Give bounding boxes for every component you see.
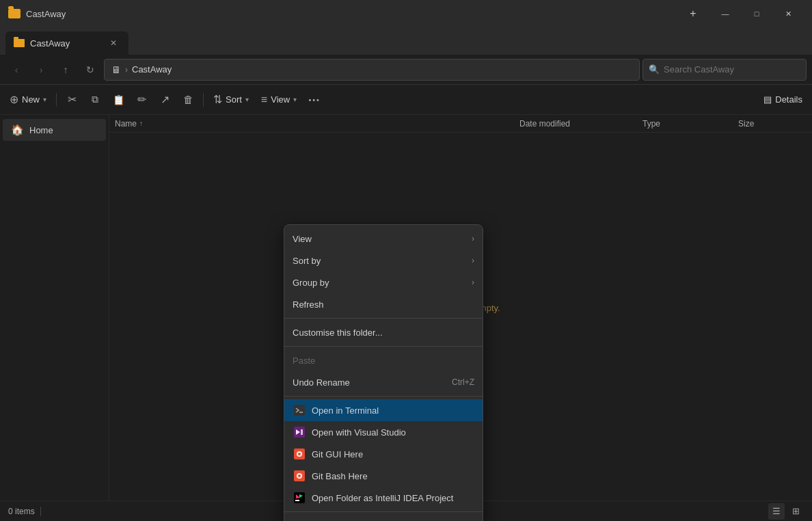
new-label: New: [22, 94, 40, 105]
cm-sort-by-arrow: ›: [472, 256, 474, 265]
up-button[interactable]: ↑: [55, 59, 77, 81]
cm-item-intellij[interactable]: Open Folder as IntelliJ IDEA Project: [284, 487, 483, 509]
cm-group-by-arrow: ›: [472, 278, 474, 287]
back-button[interactable]: ‹: [5, 59, 27, 81]
cm-item-undo-rename[interactable]: Undo Rename Ctrl+Z: [284, 371, 483, 393]
paste-button[interactable]: 📋: [107, 89, 129, 111]
view-dropdown-arrow: ▾: [293, 96, 297, 103]
col-header-date[interactable]: Date modified: [519, 119, 642, 129]
sidebar-item-home-label: Home: [29, 125, 53, 135]
new-dropdown-arrow: ▾: [43, 96, 46, 103]
cm-item-group-by[interactable]: Group by ›: [284, 271, 483, 293]
tab-close-button[interactable]: ✕: [107, 36, 120, 50]
tab-bar: CastAway ✕: [0, 27, 812, 55]
cm-undo-rename-shortcut: Ctrl+Z: [452, 377, 474, 387]
sidebar-item-home[interactable]: 🏠 Home: [3, 119, 106, 141]
search-box[interactable]: 🔍: [642, 59, 807, 81]
paste-icon: 📋: [113, 94, 124, 105]
cm-item-open-vs[interactable]: Open with Visual Studio: [284, 421, 483, 443]
view-button[interactable]: ≡ View ▾: [256, 89, 302, 111]
new-button[interactable]: ⊕ New ▾: [4, 89, 52, 111]
view-label: View: [271, 94, 290, 105]
details-icon: ▤: [763, 94, 772, 105]
tab-castaway[interactable]: CastAway ✕: [5, 31, 128, 55]
file-list-header: Name ↑ Date modified Type Size: [109, 115, 812, 133]
svg-point-7: [298, 453, 301, 455]
cm-group-by-label: Group by: [293, 278, 466, 288]
minimize-button[interactable]: —: [709, 3, 741, 25]
col-header-type[interactable]: Type: [642, 119, 738, 129]
details-label: Details: [775, 94, 802, 105]
cm-customise-label: Customise this folder...: [293, 328, 474, 338]
more-button[interactable]: •••: [303, 89, 325, 111]
view-icon: ≡: [261, 94, 267, 106]
sidebar: 🏠 Home: [0, 115, 109, 500]
sort-arrow-name: ↑: [139, 120, 143, 127]
window-controls: — □ ✕: [709, 3, 804, 25]
sort-dropdown-arrow: ▾: [245, 96, 249, 103]
svg-rect-4: [301, 429, 303, 435]
more-icon: •••: [308, 96, 321, 104]
details-button[interactable]: ▤ Details: [758, 89, 808, 111]
rename-icon: ✏: [137, 93, 146, 106]
terminal-icon: [293, 403, 306, 417]
refresh-button[interactable]: ↻: [79, 59, 101, 81]
search-input[interactable]: [664, 64, 800, 75]
tab-folder-icon: [14, 39, 25, 47]
cm-open-vs-label: Open with Visual Studio: [312, 427, 474, 438]
cut-icon: ✂: [68, 93, 77, 106]
cut-button[interactable]: ✂: [61, 89, 83, 111]
close-button[interactable]: ✕: [772, 3, 804, 25]
share-button[interactable]: ↗: [154, 89, 176, 111]
cm-item-paste[interactable]: Paste: [284, 349, 483, 371]
cm-sep-1: [284, 318, 483, 319]
cm-item-refresh[interactable]: Refresh: [284, 293, 483, 315]
copy-button[interactable]: ⧉: [84, 89, 106, 111]
cm-item-customise[interactable]: Customise this folder...: [284, 321, 483, 343]
title-bar: CastAway + — □ ✕: [0, 0, 812, 27]
list-view-icon: ☰: [772, 506, 781, 516]
delete-icon: 🗑: [183, 94, 193, 105]
sort-button[interactable]: ⇅ Sort ▾: [208, 89, 254, 111]
cm-intellij-label: Open Folder as IntelliJ IDEA Project: [312, 493, 474, 503]
delete-button[interactable]: 🗑: [177, 89, 199, 111]
cm-item-git-gui[interactable]: Git GUI Here: [284, 443, 483, 465]
grid-view-toggle[interactable]: ⊞: [787, 503, 804, 520]
cm-undo-rename-label: Undo Rename: [293, 377, 446, 388]
maximize-button[interactable]: □: [741, 3, 772, 25]
up-icon: ↑: [64, 64, 68, 75]
cm-item-view[interactable]: View ›: [284, 228, 483, 250]
share-icon: ↗: [161, 93, 170, 106]
svg-rect-12: [295, 500, 299, 501]
cm-view-label: View: [293, 234, 466, 244]
status-right-controls: ☰ ⊞: [768, 503, 804, 520]
cm-item-git-bash[interactable]: Git Bash Here: [284, 465, 483, 487]
cm-sep-2: [284, 346, 483, 347]
search-icon: 🔍: [649, 64, 660, 75]
list-view-toggle[interactable]: ☰: [768, 503, 785, 520]
svg-point-10: [298, 475, 301, 477]
forward-button[interactable]: ›: [30, 59, 52, 81]
cm-sep-4: [284, 511, 483, 512]
address-bar-row: ‹ › ↑ ↻ 🖥 › CastAway 🔍: [0, 55, 812, 85]
sort-icon: ⇅: [213, 93, 222, 106]
col-header-name[interactable]: Name ↑: [115, 119, 519, 129]
vs-icon: [293, 425, 306, 439]
tab-label: CastAway: [30, 38, 70, 49]
cm-item-open-terminal[interactable]: Open in Terminal: [284, 399, 483, 421]
cm-item-give-access[interactable]: Give access to ›: [284, 515, 483, 521]
cm-paste-label: Paste: [293, 356, 474, 366]
address-field[interactable]: 🖥 › CastAway: [104, 59, 640, 81]
cm-git-gui-label: Git GUI Here: [312, 449, 474, 459]
copy-icon: ⧉: [92, 94, 98, 105]
cm-open-terminal-label: Open in Terminal: [312, 405, 474, 416]
cm-sep-3: [284, 396, 483, 397]
address-separator: ›: [125, 65, 128, 75]
back-icon: ‹: [15, 64, 18, 75]
col-header-size[interactable]: Size: [738, 119, 807, 129]
refresh-icon: ↻: [86, 64, 94, 75]
new-tab-button[interactable]: +: [682, 3, 704, 25]
rename-button[interactable]: ✏: [131, 89, 152, 111]
sort-label: Sort: [226, 94, 242, 105]
cm-item-sort-by[interactable]: Sort by ›: [284, 250, 483, 271]
